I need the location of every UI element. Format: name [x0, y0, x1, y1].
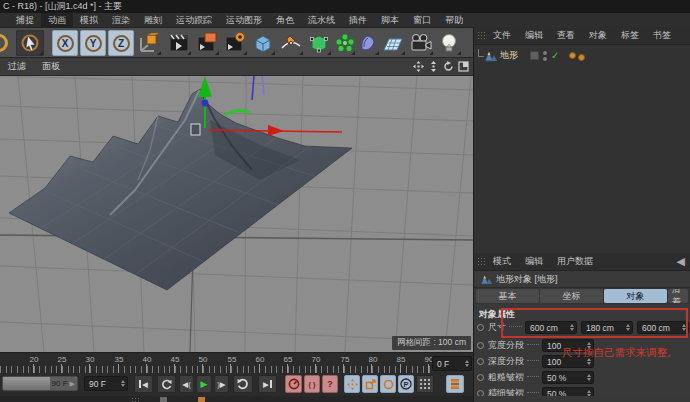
add-cube-button[interactable] — [250, 30, 276, 56]
spinner-icon[interactable] — [587, 374, 591, 381]
autokey-button[interactable]: ( ) — [304, 375, 320, 393]
ruler-major-ticks — [33, 364, 433, 373]
next-key-button[interactable]: )▶ — [214, 375, 229, 393]
menu-window[interactable]: 窗口 — [406, 13, 438, 28]
zoom-view-icon[interactable] — [427, 60, 440, 73]
keyframe-circle-icon[interactable] — [477, 358, 484, 365]
menu-motion-tracker[interactable]: 运动跟踪 — [169, 13, 219, 28]
end-frame-input[interactable]: 90 F — [84, 376, 128, 391]
menu-simulate[interactable]: 模拟 — [73, 13, 105, 28]
size-x-input[interactable]: 600 cm — [525, 321, 577, 334]
keyframe-circle-icon[interactable] — [477, 324, 484, 331]
spinner-icon[interactable] — [465, 360, 469, 367]
visibility-dots-icon[interactable] — [543, 51, 547, 61]
tab-basic[interactable]: 基本 — [476, 289, 539, 303]
om-menu-edit[interactable]: 编辑 — [518, 29, 550, 42]
goto-end-button[interactable]: ▶ — [258, 375, 277, 393]
live-selection-button[interactable] — [16, 30, 44, 56]
am-menu-mode[interactable]: 模式 — [486, 255, 518, 268]
om-menu-objects[interactable]: 对象 — [582, 29, 614, 42]
menu-sculpt[interactable]: 雕刻 — [137, 13, 169, 28]
layer-swatch-icon[interactable] — [530, 51, 539, 60]
am-menu-edit[interactable]: 编辑 — [518, 255, 550, 268]
range-slider-handle[interactable]: 90 F▶ — [50, 377, 77, 390]
lock-y-axis-button[interactable]: Y — [80, 30, 106, 56]
tag-dot-icon-1[interactable] — [569, 52, 576, 59]
lock-z-axis-button[interactable]: Z — [108, 30, 134, 56]
viewport-menu-filter[interactable]: 过滤 — [0, 60, 34, 73]
spinner-icon[interactable] — [121, 380, 125, 387]
key-scale-toggle[interactable] — [362, 375, 378, 393]
viewport-menu-panel[interactable]: 面板 — [34, 60, 68, 73]
deformer-button[interactable] — [356, 30, 380, 56]
tab-phong[interactable]: 平滑着色 — [668, 289, 688, 303]
render-view-button[interactable] — [166, 30, 192, 56]
viewport[interactable]: 过滤 面板 网格间距 : 100 cm — [0, 58, 473, 352]
ruler-tick-label: 20 — [26, 355, 42, 364]
history-back-icon[interactable]: ◀ — [677, 255, 685, 268]
spinner-icon[interactable] — [626, 324, 630, 331]
coordinate-system-button[interactable] — [136, 30, 162, 56]
menu-plugins[interactable]: 插件 — [342, 13, 374, 28]
play-backwards-button[interactable] — [157, 375, 176, 393]
panel-grip-icon[interactable] — [477, 31, 486, 41]
current-frame-input[interactable]: 0 F — [432, 356, 472, 371]
am-menu-userdata[interactable]: 用户数据 — [550, 255, 600, 268]
key-position-toggle[interactable] — [344, 375, 360, 393]
subdivision-surface-button[interactable] — [306, 30, 332, 56]
om-menu-file[interactable]: 文件 — [486, 29, 518, 42]
size-z-input[interactable]: 600 cm — [637, 321, 689, 334]
spinner-icon[interactable] — [682, 324, 686, 331]
enabled-check-icon[interactable]: ✓ — [551, 50, 559, 61]
render-picture-viewer-button[interactable] — [194, 30, 220, 56]
object-name[interactable]: 地形 — [500, 49, 518, 62]
keyframe-presets-button[interactable] — [446, 375, 464, 393]
menu-script[interactable]: 脚本 — [374, 13, 406, 28]
menu-snap[interactable]: 捕捉 — [9, 13, 41, 28]
rough-furrows-input[interactable]: 50 % — [542, 371, 594, 384]
menu-mograph[interactable]: 运动图形 — [219, 13, 269, 28]
goto-start-button[interactable]: ◀ — [134, 375, 153, 393]
edit-render-settings-button[interactable] — [222, 30, 248, 56]
light-button[interactable] — [436, 30, 462, 56]
timeline-ruler[interactable]: 20 25 30 35 40 45 50 55 60 65 70 75 80 8… — [0, 352, 473, 373]
menu-character[interactable]: 角色 — [269, 13, 301, 28]
loop-mode-button[interactable] — [233, 375, 253, 393]
key-parameter-toggle[interactable]: P — [398, 375, 414, 393]
ruler-tick-label: 50 — [195, 355, 211, 364]
pan-view-icon[interactable] — [412, 60, 425, 73]
tab-coordinates[interactable]: 坐标 — [540, 289, 603, 303]
menu-render[interactable]: 渲染 — [105, 13, 137, 28]
menu-animate[interactable]: 动画 — [41, 13, 73, 28]
lock-x-axis-button[interactable]: X — [52, 30, 78, 56]
play-button[interactable]: ▶ — [196, 375, 212, 393]
om-menu-bookmarks[interactable]: 书签 — [646, 29, 678, 42]
spline-pen-button[interactable] — [278, 30, 304, 56]
tag-dot-icon-2[interactable] — [578, 54, 585, 61]
menu-help[interactable]: 帮助 — [438, 13, 470, 28]
object-row-terrain[interactable]: 地形 ✓ — [478, 48, 585, 63]
section-header[interactable]: 对象属性 — [479, 308, 515, 321]
record-keyframe-button[interactable] — [285, 375, 302, 393]
rotate-view-icon[interactable] — [442, 60, 455, 73]
key-rotation-toggle[interactable] — [380, 375, 396, 393]
camera-button[interactable] — [408, 30, 434, 56]
previous-key-button[interactable]: ◀( — [179, 375, 194, 393]
menu-pipeline[interactable]: 流水线 — [301, 13, 342, 28]
tab-object[interactable]: 对象 — [604, 289, 667, 303]
undo-icon[interactable] — [0, 30, 12, 56]
key-pla-toggle[interactable] — [416, 375, 434, 393]
om-menu-tags[interactable]: 标签 — [614, 29, 646, 42]
mograph-array-button[interactable] — [334, 30, 356, 56]
panel-grip-icon[interactable] — [477, 257, 486, 267]
toggle-view-icon[interactable] — [457, 60, 470, 73]
preview-range-slider[interactable]: 90 F▶ — [2, 376, 78, 391]
spinner-icon[interactable] — [570, 324, 574, 331]
keyframe-selection-button[interactable]: ? — [322, 375, 338, 393]
size-y-input[interactable]: 180 cm — [581, 321, 633, 334]
om-menu-view[interactable]: 查看 — [550, 29, 582, 42]
keyframe-circle-icon[interactable] — [477, 342, 484, 349]
gizmo-blue-knob[interactable] — [202, 100, 209, 107]
floor-environment-button[interactable] — [380, 30, 406, 56]
keyframe-circle-icon[interactable] — [477, 374, 484, 381]
